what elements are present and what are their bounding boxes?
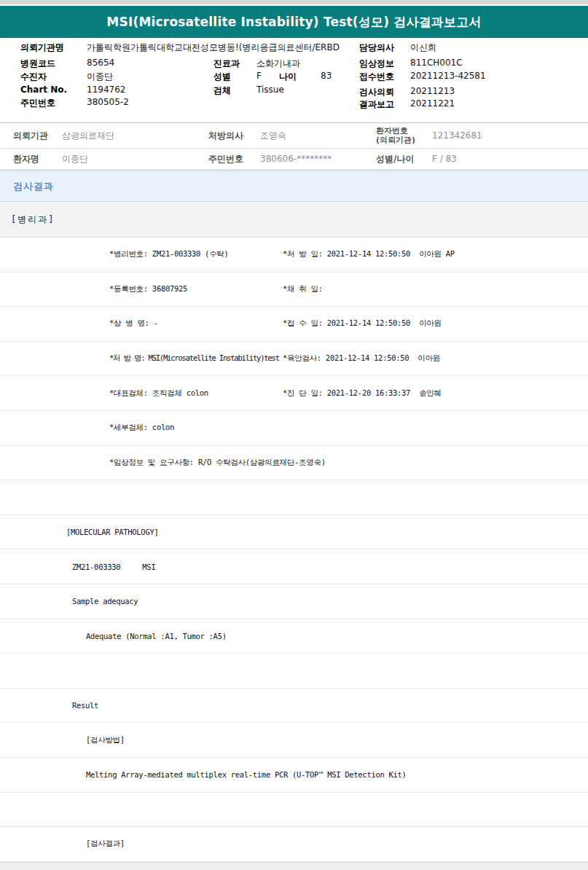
field-label-requesting-org: 의뢰기관명 [20,42,64,54]
prescription-date: *처 방 일: 2021-12-14 12:50:50 이아원 AP [283,249,455,259]
prescription-name: *처 방 명: MSI(Microsatellite Instability)t… [109,353,279,364]
ref-label-sex-age: 성별/나이 [376,153,414,165]
result-row: Melting Array-mediated multiplex real-ti… [0,758,588,793]
test-result-heading: [검사결과] [86,839,125,849]
field-label-department: 진료과 [213,58,240,70]
ref-value-patient-no: 121342681 [432,130,482,141]
section-title: 검사결과 [13,180,54,193]
ref-value-prescriber: 조영숙 [260,130,286,142]
field-value-doctor: 이신희 [410,42,436,54]
result-row: [검사결과] [0,827,588,862]
field-value-sex: F [256,71,262,81]
collection-date: *채 취 일: [283,284,323,294]
referral-info-table: 의뢰기관 삼광의료재단 처방의사 조영숙 환자번호 (의뢰기관) 1213426… [0,122,588,171]
field-value-result-report-date: 20211221 [410,98,455,109]
field-value-specimen: Tissue [256,85,284,95]
method-description: Melting Array-mediated multiplex real-ti… [86,770,407,779]
result-heading: Result [72,701,98,710]
ref-value-sex-age: F / 83 [432,154,457,164]
table-row: 환자명 이종단 주민번호 380606-******** 성별/나이 F / 8… [0,149,588,169]
field-value-department: 소화기내과 [256,58,300,70]
field-value-age: 83 [321,71,332,81]
ref-label-org: 의뢰기관 [13,130,48,142]
field-label-doctor: 담당의사 [359,42,394,54]
ref-label-patient-name: 환자명 [13,153,39,165]
result-row: ZM21-003330 MSI [0,549,588,584]
result-row: *병리번호: ZM21-003330 (수탁) *처 방 일: 2021-12-… [0,238,588,273]
clinical-info-request: *임상정보 및 요구사항: R/O 수탁검사(삼광의료재단-조영숙) [109,458,326,468]
result-row-empty [0,654,588,689]
detail-specimen: *세부검체: colon [109,423,174,433]
result-row: Adequate (Normal :A1, Tumor :A5) [0,619,588,654]
diagnosis-date: *진 단 일: 2021-12-20 16:33:37 송인혜 [283,388,442,399]
gross-exam-date: *육안검사: 2021-12-14 12:50:50 이아원 [283,353,440,364]
patient-info-block: 의뢰기관명 가톨릭학원가톨릭대학교대전성모병동!(병리응급의료센터/ERBD 병… [0,38,588,122]
field-label-sex: 성별 [213,71,231,83]
result-row: Sample adequacy [0,584,588,619]
test-result-section-header: 검사결과 [0,171,588,202]
field-value-resident-no: 380505-2 [87,97,129,107]
registration-no: *등록번호: 36807925 [109,284,187,294]
ref-label-resident-no: 주민번호 [208,153,243,165]
case-id-msi: ZM21-003330 MSI [72,563,155,571]
field-label-clinical-info: 임상정보 [359,58,394,70]
result-row: *등록번호: 36807925 *채 취 일: [0,273,588,307]
sample-adequacy-heading: Sample adequacy [72,597,138,606]
field-label-chart-no: Chart No. [20,85,67,95]
result-row: *상 병 명: - *접 수 일: 2021-12-14 12:50:50 이아… [0,307,588,342]
result-row-empty [0,480,588,515]
field-label-specimen: 검체 [213,85,231,97]
department-label: [병리과] [11,213,55,226]
ref-value-org: 삼광의료재단 [62,130,114,142]
department-band: [병리과] [0,203,588,238]
field-value-requesting-org: 가톨릭학원가톨릭대학교대전성모병동!(병리응급의료센터/ERBD [87,42,340,54]
field-value-accession-no: 20211213-42581 [410,71,486,81]
result-row-empty [0,793,588,828]
ref-label-patient-no: 환자번호 (의뢰기관) [376,126,415,145]
representative-specimen: *대표검체: 조직검체 colon [109,388,208,399]
result-row: *세부검체: colon [0,411,588,446]
method-heading: [검사방법] [86,735,125,745]
top-gray-bar [0,0,588,4]
table-row: 의뢰기관 삼광의료재단 처방의사 조영숙 환자번호 (의뢰기관) 1213426… [0,123,588,149]
field-label-result-report-date: 결과보고 [359,98,394,111]
field-label-examinee: 수진자 [20,71,47,83]
page-title: MSI(Microsatellite Instability) Test(성모)… [106,14,481,31]
molecular-pathology-heading: [MOLECULAR PATHOLOGY] [66,528,158,536]
result-row: *대표검체: 조직검체 colon *진 단 일: 2021-12-20 16:… [0,376,588,411]
bottom-gray-strip [0,862,588,870]
result-row: Result [0,689,588,724]
field-label-accession-no: 접수번호 [359,71,394,83]
field-label-test-request-date: 검사의뢰 [359,86,394,98]
field-value-examinee: 이종단 [87,71,113,83]
report-header-banner: MSI(Microsatellite Instability) Test(성모)… [0,6,588,38]
result-row: *임상정보 및 요구사항: R/O 수탁검사(삼광의료재단-조영숙) [0,446,588,481]
field-value-chart-no: 1194762 [87,85,125,95]
field-label-age: 나이 [279,71,297,83]
result-row: [MOLECULAR PATHOLOGY] [0,515,588,550]
field-value-clinical-info: 811CH001C [410,58,463,68]
sample-adequacy-value: Adequate (Normal :A1, Tumor :A5) [86,632,227,640]
report-page: MSI(Microsatellite Instability) Test(성모)… [0,0,588,870]
field-value-hospital-code: 85654 [87,58,114,68]
field-label-hospital-code: 병원코드 [20,58,55,70]
ref-value-patient-name: 이종단 [62,153,88,165]
result-rows: *병리번호: ZM21-003330 (수탁) *처 방 일: 2021-12-… [0,238,588,862]
pathology-no: *병리번호: ZM21-003330 (수탁) [109,249,229,259]
field-label-resident-no: 주민번호 [20,97,55,109]
result-row: [검사방법] [0,723,588,758]
diagnosis-name: *상 병 명: - [109,318,158,329]
field-value-test-request-date: 20211213 [410,86,455,96]
ref-label-prescriber: 처방의사 [208,130,243,142]
result-row: *처 방 명: MSI(Microsatellite Instability)t… [0,342,588,377]
receipt-date: *접 수 일: 2021-12-14 12:50:50 이아원 [283,318,442,329]
ref-value-resident-no: 380606-******** [260,154,332,164]
